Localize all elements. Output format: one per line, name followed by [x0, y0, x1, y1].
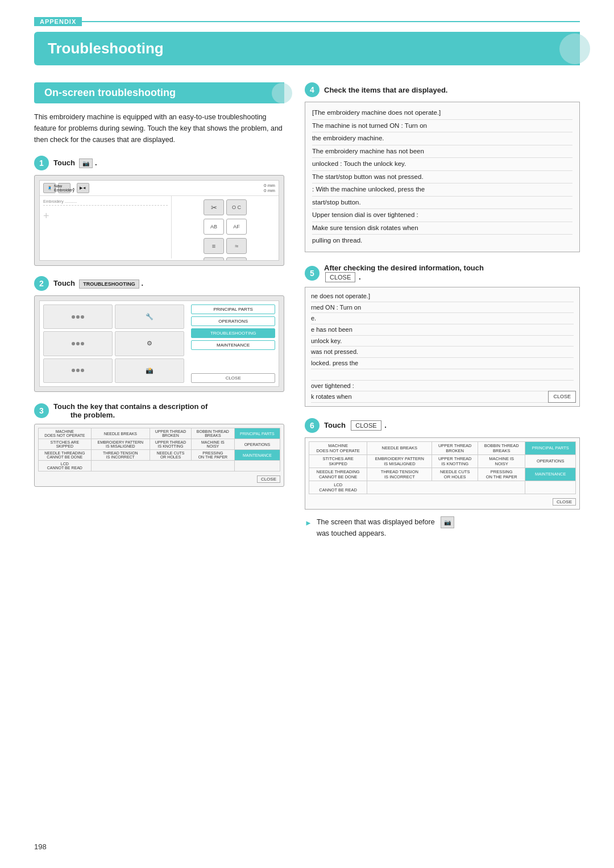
step-2-text: Touch TROUBLESHOOTING . — [53, 279, 143, 289]
final-note-text: The screen that was displayed before 📷 w… — [317, 516, 454, 539]
step-5-close-corner[interactable]: CLOSE — [548, 391, 576, 403]
step-4-info-box: [The embroidery machine does not operate… — [305, 102, 580, 252]
cell-upper-thread[interactable]: UPPER THREADBROKEN — [150, 428, 191, 439]
s6-cell-noisy[interactable]: MACHINE ISNOISY — [478, 454, 525, 468]
step-2-cell-6: 📸 — [115, 358, 184, 383]
step-2-machine-images: 🔧 ⚙ — [40, 301, 188, 386]
info-line-5: unlocked : Touch the unlock key. — [312, 158, 572, 171]
cell-operations[interactable]: OPERATIONS — [234, 439, 280, 450]
s6-cell-embroidery[interactable]: EMBROIDERY PATTERNIS MISALIGNED — [367, 454, 432, 468]
section-title: On-screen troubleshooting — [44, 87, 176, 99]
cell-machine-noisy[interactable]: MACHINE ISNOISY — [191, 439, 234, 450]
appendix-line — [82, 21, 580, 22]
step-4-block: 4 Check the items that are displayed. [T… — [305, 82, 580, 252]
step-1-icon-align: ≡ — [204, 238, 224, 254]
step-6-block: 6 Touch CLOSE . MACHINEDOES NOT OPERATE … — [305, 418, 580, 539]
step-2-cell-1 — [43, 304, 113, 329]
step-5-close-button[interactable]: CLOSE — [325, 272, 355, 282]
menu-troubleshooting[interactable]: TROUBLESHOOTING — [191, 328, 275, 338]
toolbar-mm: 0 mm0 mm — [264, 183, 275, 193]
step-4-number: 4 — [305, 82, 320, 97]
s6-cell-lcd[interactable]: LCDCANNOT BE READ — [309, 481, 367, 494]
step-2-cell-3 — [43, 331, 113, 356]
table-row: STITCHES ARESKIPPED EMBROIDERY PATTERNIS… — [39, 439, 280, 450]
step-5-line-9: over tightened : — [311, 381, 574, 392]
step-3-close-button[interactable]: CLOSE — [257, 475, 280, 483]
cell-needle-breaks[interactable]: NEEDLE BREAKS — [91, 428, 150, 439]
menu-maintenance[interactable]: MAINTENANCE — [191, 340, 275, 350]
s6-cell-maint[interactable]: MAINTENANCE — [525, 468, 576, 481]
step-6-text: Touch CLOSE . — [324, 420, 387, 431]
step-5-line-8 — [311, 369, 574, 381]
s6-cell-machine[interactable]: MACHINEDOES NOT OPERATE — [309, 441, 367, 454]
step-1-toolbar: 🧵 NewEmbroidery • ▶◄ 0 mm0 mm — [40, 181, 279, 196]
step-1-icon-pair-1: ✂ O C — [204, 199, 247, 215]
s6-cell-needle[interactable]: NEEDLE BREAKS — [367, 441, 432, 454]
step-1-block: 1 Touch 📷 . 🧵 NewEmbroidery • ▶◄ 0 mm0 m… — [34, 156, 284, 266]
step-3-number: 3 — [34, 403, 49, 418]
step-1-text: Touch 📷 . — [53, 158, 97, 168]
s6-cell-cuts[interactable]: NEEDLE CUTSOR HOLES — [432, 468, 478, 481]
step-5-block: 5 After checking the desired information… — [305, 264, 580, 407]
s6-cell-tension[interactable]: THREAD TENSIONIS INCORRECT — [367, 468, 432, 481]
menu-principal-parts[interactable]: PRINCIPAL PARTS — [191, 304, 275, 314]
step-6-table-wrap: MACHINEDOES NOT OPERATE NEEDLE BREAKS UP… — [305, 437, 580, 510]
s6-cell-knotting[interactable]: UPPER THREADIS KNOTTING — [432, 454, 478, 468]
info-line-10: Make sure tension disk rotates when — [312, 222, 572, 235]
step-2-menu-panel: PRINCIPAL PARTS OPERATIONS TROUBLESHOOTI… — [188, 301, 279, 386]
step-3-block: 3 Touch the key that contains a descript… — [34, 402, 284, 487]
cell-machine-not-operate[interactable]: MACHINEDOES NOT OPERATE — [39, 428, 92, 439]
info-line-7: : With the machine unlocked, press the — [312, 183, 572, 197]
step-6-close-button[interactable]: CLOSE — [351, 420, 381, 431]
section-circle-decoration — [272, 83, 292, 103]
info-line-2: The machine is not turned ON : Turn on — [312, 120, 572, 133]
step-5-number: 5 — [305, 266, 320, 281]
cell-needle-threading[interactable]: NEEDLE THREADINGCANNOT BE DONE — [39, 450, 92, 461]
cell-thread-tension[interactable]: THREAD TENSIONIS INCORRECT — [91, 450, 150, 461]
step-1-icon-af: AF — [226, 219, 247, 235]
step-2-title: 2 Touch TROUBLESHOOTING . — [34, 276, 284, 291]
info-line-1: [The embroidery machine does not operate… — [312, 107, 572, 120]
menu-operations[interactable]: OPERATIONS — [191, 316, 275, 326]
menu-close[interactable]: CLOSE — [191, 373, 275, 383]
final-note-icon: 📷 — [441, 516, 454, 528]
cell-pressing[interactable]: PRESSINGON THE PAPER — [191, 450, 234, 461]
cell-embroidery-misaligned[interactable]: EMBROIDERY PATTERNIS MISALIGNED — [91, 439, 150, 450]
cell-principal-parts[interactable]: PRINCIPAL PARTS — [234, 428, 280, 439]
step-5-line-7: locked. press the — [311, 358, 574, 369]
step-1-icon-scissors: ✂ — [204, 199, 224, 215]
toolbar-new-icon: NewEmbroidery — [58, 183, 70, 193]
s6-cell-bobbin[interactable]: BOBBIN THREADBREAKS — [478, 441, 525, 454]
table-row: NEEDLE THREADINGCANNOT BE DONE THREAD TE… — [309, 468, 576, 481]
cell-stitches-skipped[interactable]: STITCHES ARESKIPPED — [39, 439, 92, 450]
table-row: MACHINEDOES NOT OPERATE NEEDLE BREAKS UP… — [39, 428, 280, 439]
cell-maintenance[interactable]: MAINTENANCE — [234, 450, 280, 461]
s6-cell-operations[interactable]: OPERATIONS — [525, 454, 576, 468]
step-1-right-area: ✂ O C AB AF ≡ ≈ — [171, 196, 279, 258]
step-1-icon-wave: ≈ — [226, 238, 247, 254]
s6-cell-pressing[interactable]: PRESSINGON THE PAPER — [478, 468, 525, 481]
step-3-text: Touch the key that contains a descriptio… — [53, 402, 208, 419]
section-header: On-screen troubleshooting — [34, 82, 284, 103]
s6-cell-stitches[interactable]: STITCHES ARESKIPPED — [309, 454, 367, 468]
page-title: Troubleshooting — [48, 40, 164, 57]
s6-cell-needle-thread[interactable]: NEEDLE THREADINGCANNOT BE DONE — [309, 468, 367, 481]
step-5-line-5: unlock key. — [311, 336, 574, 347]
cell-needle-cuts[interactable]: NEEDLE CUTSOR HOLES — [150, 450, 191, 461]
step-6-close-tag[interactable]: CLOSE — [553, 498, 576, 506]
cell-upper-thread-knotting[interactable]: UPPER THREADIS KNOTTING — [150, 439, 191, 450]
step-1-icon-pair-4: ⇄ ■ — [204, 257, 247, 261]
step-2-screen: 🔧 ⚙ — [34, 295, 284, 392]
intro-text: This embroidery machine is equipped with… — [34, 111, 284, 145]
info-line-11: pulling on thread. — [312, 235, 572, 247]
step-5-line-4: e has not been — [311, 324, 574, 336]
cell-bobbin-thread[interactable]: BOBBIN THREADBREAKS — [191, 428, 234, 439]
right-column: 4 Check the items that are displayed. [T… — [305, 82, 580, 550]
s6-cell-upper[interactable]: UPPER THREADBROKEN — [432, 441, 478, 454]
step-3-screen: MACHINEDOES NOT OPERATE NEEDLE BREAKS UP… — [34, 424, 284, 487]
cell-lcd[interactable]: LCDCANNOT BE READ — [39, 461, 92, 471]
s6-cell-principal[interactable]: PRINCIPAL PARTS — [525, 441, 576, 454]
step-5-title: 5 After checking the desired information… — [305, 264, 580, 282]
s6-cell-blank — [367, 481, 525, 494]
page-number: 198 — [34, 842, 47, 851]
